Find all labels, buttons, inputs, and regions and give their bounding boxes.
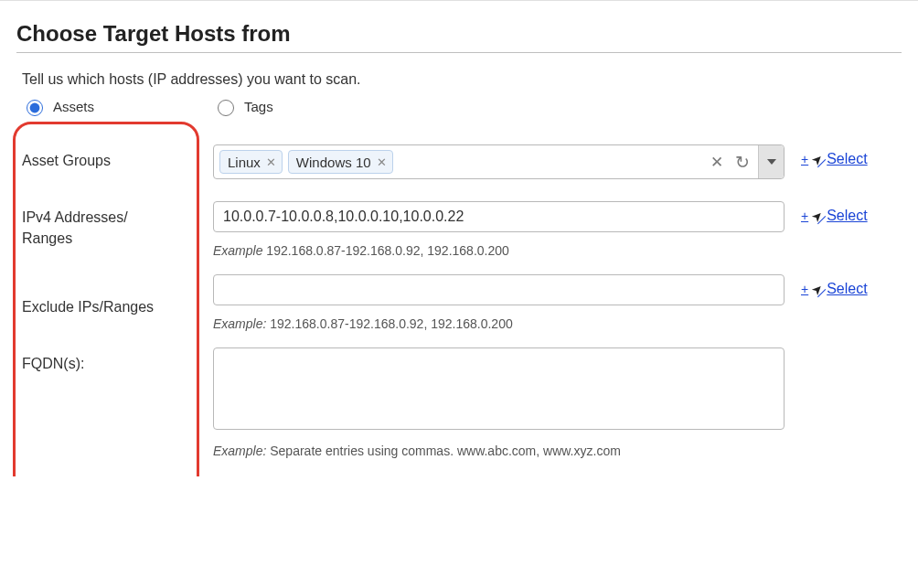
radio-tags[interactable]: Tags	[213, 97, 273, 116]
plus-icon: +	[801, 282, 808, 296]
refresh-icon[interactable]: ↻	[732, 152, 753, 173]
radio-tags-input[interactable]	[218, 100, 234, 116]
exclude-example: Example: 192.168.0.87-192.168.0.92, 192.…	[213, 316, 785, 331]
ipv4-input[interactable]	[213, 201, 785, 232]
select-link-label: Select	[827, 208, 867, 224]
select-asset-groups-link[interactable]: +➤ Select	[801, 144, 868, 167]
cursor-icon: ➤	[808, 280, 827, 298]
fqdn-textarea[interactable]	[213, 347, 785, 430]
label-asset-groups: Asset Groups	[22, 144, 213, 171]
chip-windows10[interactable]: Windows 10 ✕	[288, 150, 393, 174]
clear-all-icon[interactable]: ✕	[707, 153, 727, 172]
chip-label: Linux	[228, 155, 261, 170]
label-ipv4: IPv4 Addresses/ Ranges	[22, 201, 213, 249]
chip-remove-icon[interactable]: ✕	[377, 156, 387, 168]
plus-icon: +	[801, 152, 808, 166]
radio-assets[interactable]: Assets	[22, 97, 94, 116]
chip-linux[interactable]: Linux ✕	[219, 150, 283, 174]
cursor-icon: ➤	[808, 150, 827, 168]
radio-assets-input[interactable]	[27, 100, 43, 116]
radio-tags-label: Tags	[244, 99, 273, 114]
chip-remove-icon[interactable]: ✕	[266, 156, 276, 168]
select-link-label: Select	[827, 281, 867, 297]
label-fqdn: FQDN(s):	[22, 347, 213, 374]
chip-label: Windows 10	[296, 155, 371, 170]
divider	[16, 52, 902, 53]
dropdown-toggle[interactable]	[758, 145, 784, 178]
cursor-icon: ➤	[808, 207, 827, 225]
fqdn-example: Example: Separate entries using commas. …	[213, 444, 785, 458]
chevron-down-icon	[767, 159, 776, 165]
select-ipv4-link[interactable]: +➤ Select	[801, 201, 868, 224]
intro-text: Tell us which hosts (IP addresses) you w…	[22, 71, 902, 88]
plus-icon: +	[801, 208, 808, 223]
radio-assets-label: Assets	[53, 99, 94, 114]
ipv4-example: Example 192.168.0.87-192.168.0.92, 192.1…	[213, 243, 785, 258]
label-exclude: Exclude IPs/Ranges	[22, 274, 213, 317]
asset-groups-multiselect[interactable]: Linux ✕ Windows 10 ✕ ✕ ↻	[213, 144, 785, 179]
select-link-label: Select	[827, 151, 867, 167]
page-title: Choose Target Hosts from	[16, 21, 902, 47]
select-exclude-link[interactable]: +➤ Select	[801, 274, 868, 297]
exclude-input[interactable]	[213, 274, 785, 305]
